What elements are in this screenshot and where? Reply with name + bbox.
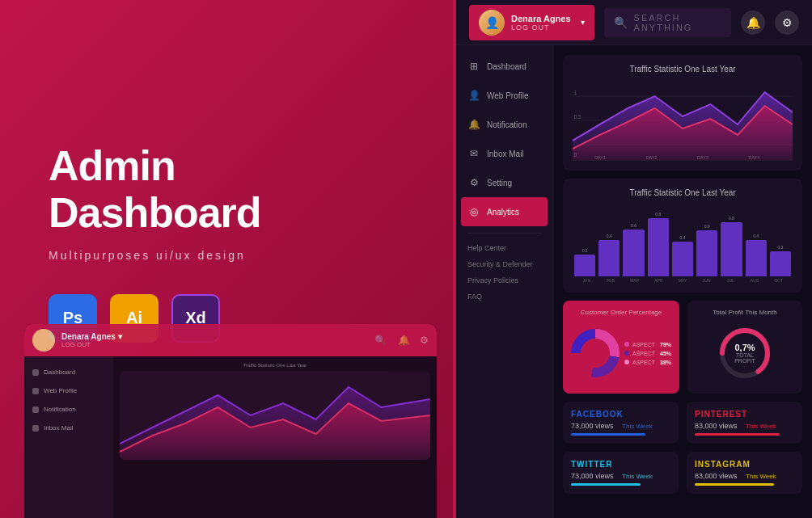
x-label-april: APR — [648, 278, 670, 283]
social-card-facebook: FACEBOOK 73,000 views This Week — [563, 402, 679, 444]
nav-inbox[interactable]: ✉ Inbox Mail — [456, 139, 552, 168]
progress-sub: TOTAL PROFIT — [731, 352, 759, 364]
pie-area: ASPECT 79% ASPECT 45% ASPECT — [571, 321, 671, 385]
donut-inner — [581, 339, 610, 368]
nav-faq[interactable]: FAQ — [456, 288, 552, 305]
nav-setting[interactable]: ⚙ Setting — [456, 168, 552, 197]
top-icons: 🔔 ⚙ — [741, 11, 799, 35]
search-placeholder: SEARCH ANYTHING — [634, 13, 721, 32]
pie-chart-title: Customer Order Percentage — [571, 309, 671, 316]
x-label-may: MAY — [672, 278, 694, 283]
nav-web-profile[interactable]: 👤 Web Profile — [456, 81, 552, 110]
social-bar-pinterest — [695, 433, 780, 436]
preview-nav-inbox: Inbox Mail — [24, 419, 113, 437]
nav-notification[interactable]: 🔔 Notification — [456, 110, 552, 139]
nav-analytics-label: Analytics — [487, 208, 519, 217]
social-views-instagram: 83,000 views This Week — [695, 472, 794, 480]
nav-inbox-label: Inbox Mail — [487, 150, 524, 158]
nav-analytics[interactable]: ◎ Analytics — [461, 197, 548, 226]
bar-fill-february — [598, 240, 620, 276]
bar-fill-march — [623, 230, 644, 277]
nav-setting-icon: ⚙ — [467, 176, 480, 189]
user-avatar: 👤 — [479, 10, 505, 36]
bar-col-january: 0.2 — [574, 204, 595, 276]
right-panel: 👤 Denara Agnes LOG OUT ▾ 🔍 SEARCH ANYTHI… — [456, 0, 812, 518]
social-views-pinterest: 83,000 views This Week — [695, 422, 794, 430]
bar-fill-august — [746, 240, 767, 276]
main-title: Admin Dashboard — [49, 143, 404, 235]
line-chart: 1 0.5 0 DAY1 DAY2 DAY3 DAY4 — [573, 80, 793, 161]
svg-text:DAY3: DAY3 — [697, 155, 708, 160]
svg-text:0: 0 — [574, 152, 577, 158]
social-bar-instagram — [695, 483, 774, 486]
preview-nav-dashboard: Dashboard — [24, 363, 113, 381]
bar-fill-may — [672, 242, 693, 276]
user-chevron-icon: ▾ — [581, 18, 585, 27]
circle-progress: 0,7% TOTAL PROFIT — [696, 321, 794, 385]
nav-dashboard-icon: ⊞ — [467, 60, 480, 73]
pie-chart-card: Customer Order Percentage ASPECT 79% — [563, 301, 679, 394]
social-views-facebook: 73,000 views This Week — [571, 422, 670, 430]
svg-text:DAY4: DAY4 — [749, 155, 761, 160]
svg-text:DAY2: DAY2 — [646, 155, 658, 160]
social-card-instagram: INSTAGRAM 83,000 views This Week — [687, 452, 802, 494]
nav-privacy[interactable]: Privacy Policies — [456, 272, 552, 288]
sidebar: ⊞ Dashboard 👤 Web Profile 🔔 Notification… — [456, 45, 553, 518]
nav-setting-label: Setting — [487, 179, 512, 187]
bar-col-may: 0.4 — [672, 204, 693, 276]
bar-chart-title: Traffic Statistic One Last Year — [573, 188, 793, 197]
bar-col-july: 0.8 — [721, 204, 742, 276]
x-label-august: AUG — [744, 278, 766, 283]
preview-search-icon: 🔍 — [374, 335, 387, 346]
line-chart-title: Traffic Statistic One Last Year — [573, 65, 793, 74]
social-grid: FACEBOOK 73,000 views This Week PINTERES… — [563, 402, 802, 494]
nav-security[interactable]: Security & Defender — [456, 256, 552, 272]
nav-dashboard[interactable]: ⊞ Dashboard — [456, 52, 552, 81]
notification-icon[interactable]: 🔔 — [741, 11, 765, 35]
profit-title: Total Profit This Month — [696, 309, 794, 316]
dashboard-body: ⊞ Dashboard 👤 Web Profile 🔔 Notification… — [456, 45, 812, 518]
bar-col-june: 0.6 — [696, 204, 717, 276]
bar-fill-october — [770, 251, 791, 277]
settings-icon[interactable]: ⚙ — [775, 11, 799, 35]
x-label-january: JAN — [576, 278, 598, 283]
bar-chart-section: Traffic Statistic One Last Year 0.20.40.… — [563, 179, 802, 293]
legend-item-2: ASPECT 38% — [624, 360, 671, 365]
preview-nav-notification: Notification — [24, 400, 113, 419]
bar-col-february: 0.4 — [598, 204, 620, 276]
user-info[interactable]: 👤 Denara Agnes LOG OUT ▾ — [469, 5, 594, 40]
search-icon: 🔍 — [614, 16, 628, 29]
legend-item-0: ASPECT 79% — [624, 342, 671, 347]
main-content: Traffic Statistic One Last Year — [553, 45, 812, 518]
x-label-june: JUN — [696, 278, 717, 283]
nav-help[interactable]: Help Center — [456, 240, 552, 256]
svg-text:0.5: 0.5 — [574, 114, 582, 120]
nav-analytics-icon: ◎ — [467, 205, 480, 218]
social-card-twitter: TWITTER 73,000 views This Week — [563, 452, 679, 494]
bar-col-october: 0.3 — [770, 204, 791, 276]
stats-row: Customer Order Percentage ASPECT 79% — [563, 301, 802, 394]
preview-nav-profile: Web Profile — [24, 381, 113, 400]
preview-avatar — [32, 329, 55, 352]
social-name-instagram: INSTAGRAM — [695, 460, 794, 469]
svg-text:1: 1 — [574, 90, 577, 95]
progress-value: 0,7% — [731, 343, 759, 352]
pie-legend: ASPECT 79% ASPECT 45% ASPECT — [624, 342, 671, 365]
x-label-july: JUL — [720, 278, 742, 283]
preview-gear-icon: ⚙ — [420, 335, 429, 346]
bar-fill-june — [696, 230, 717, 276]
nav-notification-icon: 🔔 — [467, 118, 480, 131]
bar-fill-july — [721, 222, 742, 277]
bar-fill-april — [648, 218, 669, 276]
bar-col-march: 0.6 — [623, 204, 644, 276]
search-area[interactable]: 🔍 SEARCH ANYTHING — [604, 8, 731, 37]
x-label-october: OCT — [768, 278, 789, 283]
social-views-twitter: 73,000 views This Week — [571, 472, 670, 480]
logout-button[interactable]: LOG OUT — [511, 23, 571, 32]
legend-item-1: ASPECT 45% — [624, 351, 671, 356]
social-name-facebook: FACEBOOK — [571, 410, 670, 419]
left-panel: Admin Dashboard Multipurposes ui/ux desi… — [0, 0, 453, 518]
legend-dot-0 — [624, 342, 629, 347]
preview-sidebar: Dashboard Web Profile Notification Inbox… — [24, 356, 113, 518]
social-card-pinterest: PINTEREST 83,000 views This Week — [687, 402, 802, 444]
